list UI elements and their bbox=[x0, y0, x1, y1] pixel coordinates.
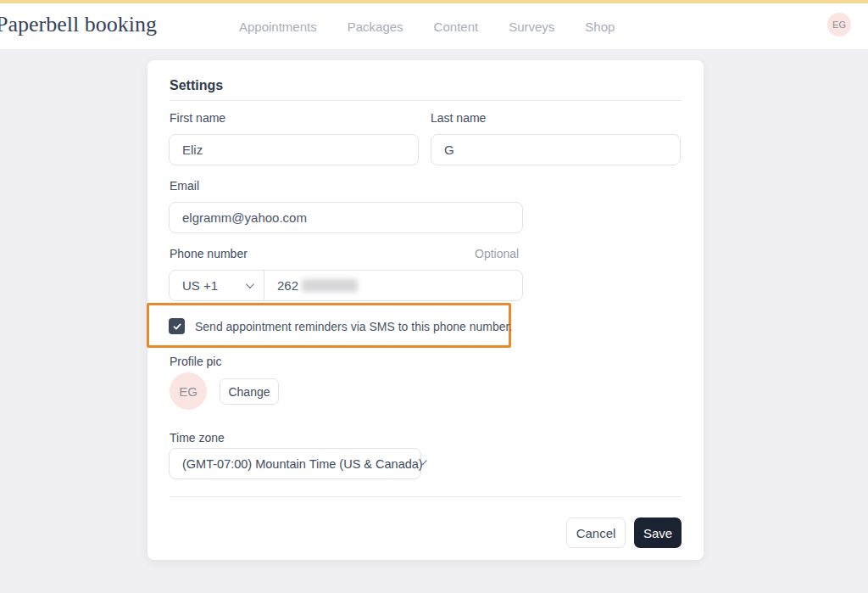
time-zone-label: Time zone bbox=[170, 431, 225, 445]
nav-item-content[interactable]: Content bbox=[434, 20, 479, 34]
sms-reminder-checkbox[interactable] bbox=[169, 318, 185, 334]
phone-number-visible: 262 bbox=[277, 278, 298, 293]
profile-avatar: EG bbox=[170, 372, 207, 410]
app-logo[interactable]: Paperbell booking bbox=[0, 12, 157, 37]
nav-item-surveys[interactable]: Surveys bbox=[509, 20, 554, 34]
chevron-down-icon bbox=[246, 280, 254, 288]
email-label: Email bbox=[170, 179, 199, 193]
time-zone-value: (GMT-07:00) Mountain Time (US & Canada) bbox=[182, 457, 423, 471]
phone-label: Phone number bbox=[170, 247, 248, 260]
page-title: Settings bbox=[170, 78, 223, 93]
last-name-input[interactable] bbox=[431, 134, 681, 165]
nav-item-shop[interactable]: Shop bbox=[585, 20, 615, 34]
title-divider bbox=[170, 100, 682, 101]
email-field[interactable] bbox=[169, 202, 523, 233]
top-nav-bar: Paperbell booking Appointments Packages … bbox=[0, 0, 868, 49]
save-button[interactable]: Save bbox=[634, 517, 682, 548]
profile-pic-label: Profile pic bbox=[170, 355, 221, 368]
main-nav: Appointments Packages Content Surveys Sh… bbox=[239, 3, 615, 49]
checkmark-icon bbox=[172, 322, 182, 332]
phone-input-group: US +1 262 bbox=[169, 270, 523, 301]
country-code-select[interactable]: US +1 bbox=[170, 271, 264, 300]
phone-optional-tag: Optional bbox=[475, 247, 519, 260]
last-name-label: Last name bbox=[431, 111, 486, 125]
phone-number-input[interactable]: 262 bbox=[264, 271, 522, 300]
settings-card: Settings First name Last name Email Phon… bbox=[147, 60, 704, 560]
change-profile-pic-button[interactable]: Change bbox=[220, 378, 279, 405]
time-zone-select[interactable]: (GMT-07:00) Mountain Time (US & Canada) bbox=[169, 448, 421, 479]
first-name-label: First name bbox=[170, 111, 225, 125]
nav-item-packages[interactable]: Packages bbox=[348, 20, 403, 34]
nav-item-appointments[interactable]: Appointments bbox=[239, 20, 317, 34]
cancel-button[interactable]: Cancel bbox=[566, 517, 626, 548]
sms-reminder-label: Send appointment reminders via SMS to th… bbox=[195, 320, 512, 333]
country-code-value: US +1 bbox=[182, 278, 218, 293]
sms-reminder-row: Send appointment reminders via SMS to th… bbox=[169, 318, 512, 334]
redacted-digits bbox=[302, 279, 358, 292]
footer-divider bbox=[170, 496, 682, 497]
user-avatar[interactable]: EG bbox=[827, 13, 851, 36]
first-name-input[interactable] bbox=[169, 134, 419, 165]
